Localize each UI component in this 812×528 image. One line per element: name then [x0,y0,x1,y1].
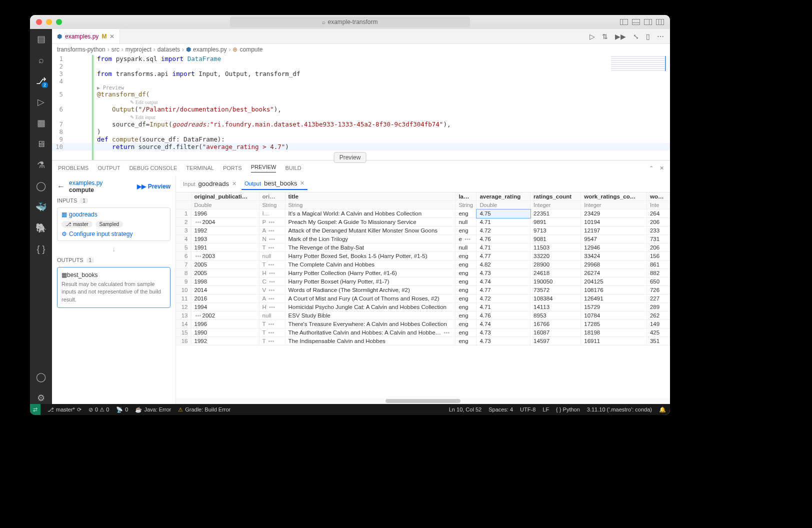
cell[interactable]: 204125 [581,278,647,286]
column-header[interactable]: original_publicati… [191,192,259,201]
cell[interactable]: 12946 [581,244,647,252]
configure-strategy-link[interactable]: ⚙Configure input strategy [62,230,166,238]
cell[interactable]: 14113 [530,303,581,312]
column-header[interactable]: work_ratings_co… [581,192,647,201]
table-row[interactable]: 91998C •••Harry Potter Boxset (Harry Pot… [176,278,670,286]
cell[interactable]: 882 [646,269,670,278]
settings-icon[interactable]: ⚙ [35,392,47,404]
cell[interactable]: 26274 [581,269,647,278]
cell[interactable]: 9081 [530,235,581,244]
status-problems[interactable]: ⊘ 0 ⚠ 0 [88,406,109,413]
docker-icon[interactable]: 🐳 [35,201,47,213]
cell[interactable]: 206 [646,218,670,226]
cell[interactable]: 14597 [530,337,581,346]
accounts-icon[interactable]: ◯ [35,371,47,383]
table-row[interactable]: 6•••2003nullHarry Potter Boxed Set, Book… [176,252,670,260]
cell[interactable]: V ••• [259,286,285,294]
cell[interactable]: 190050 [530,278,581,286]
cell[interactable]: 861 [646,260,670,269]
cell[interactable]: 351 [646,337,670,346]
cell[interactable]: 8953 [530,312,581,320]
table-row[interactable]: 82005H •••Harry Potter Collection (Harry… [176,269,670,278]
remote-indicator[interactable]: ⇄ [30,404,40,415]
cell[interactable]: 108176 [581,286,647,294]
cell[interactable]: 4.73 [476,269,530,278]
cell[interactable]: H ••• [259,269,285,278]
cell[interactable]: 264 [646,210,670,218]
breadcrumbs[interactable]: transforms-python› src› myproject› datas… [52,44,670,55]
more-action-icon[interactable]: ⋯ [657,32,664,40]
cell[interactable]: 4.71 [476,303,530,312]
editor[interactable]: 1from pyspark.sql import DataFrame 2 3fr… [52,55,670,160]
minimap[interactable] [611,56,666,71]
column-header[interactable]: wo… [646,192,670,201]
table-row[interactable]: 31992A •••Attack of the Deranged Mutant … [176,226,670,235]
tab-close-icon[interactable]: ✕ [110,33,114,40]
crumb[interactable]: compute [240,46,262,53]
panel-tab-output[interactable]: OUTPUT [98,165,120,171]
table-row[interactable]: 121994H •••Homicidal Psycho Jungle Cat: … [176,303,670,312]
cell[interactable]: 289 [646,303,670,312]
dataset-tab-input[interactable]: Input goodreads ✕ [180,178,240,190]
cell[interactable]: 17285 [581,320,647,328]
cell[interactable]: 4.82 [476,260,530,269]
cell[interactable]: I… [259,210,285,218]
data-grid[interactable]: original_publicati…ori…titlela…average_r… [176,192,670,398]
cell[interactable]: Harry Potter Boxset (Harry Potter, #1-7) [285,278,456,286]
cell[interactable]: 1990 [191,328,259,337]
cell[interactable]: C ••• [259,278,285,286]
dataset-tab-output[interactable]: Output best_books ✕ [242,178,308,190]
runall-action-icon[interactable]: ▶▶ [615,32,626,40]
column-header[interactable]: title [285,192,456,201]
cell[interactable]: 1992 [191,337,259,346]
cell[interactable]: 262 [646,312,670,320]
table-row[interactable]: 2•••2004P •••Preach My Gospel: A Guide T… [176,218,670,226]
cell[interactable]: The Indispensable Calvin and Hobbes [285,337,456,346]
table-row[interactable]: 161992T •••The Indispensable Calvin and … [176,337,670,346]
cell[interactable]: e ••• [456,235,476,244]
cell[interactable]: 227 [646,294,670,303]
tab-examples-py[interactable]: ⬢ examples.py M ✕ [52,29,120,44]
column-header[interactable] [176,192,191,201]
crumb[interactable]: transforms-python [57,46,106,53]
back-icon[interactable]: ← [57,182,65,191]
cell[interactable]: 4.74 [476,278,530,286]
cell[interactable]: •••2004 [191,218,259,226]
cell[interactable]: 15729 [581,303,647,312]
cell[interactable]: 2016 [191,294,259,303]
cell[interactable]: 1993 [191,235,259,244]
palantir-icon[interactable]: ◯ [35,180,47,192]
cell[interactable]: 233 [646,226,670,235]
side-file[interactable]: examples.py [69,180,102,186]
cell[interactable]: 4.73 [476,328,530,337]
panel-collapse-icon[interactable]: ⌃ [649,165,654,172]
cell[interactable]: 4.73 [476,337,530,346]
panel-tab-terminal[interactable]: TERMINAL [186,165,214,171]
cell[interactable]: eng [456,252,476,260]
cell[interactable]: 726 [646,286,670,294]
cell[interactable]: 33220 [530,252,581,260]
status-radio[interactable]: 📡 0 [116,406,128,413]
scm-icon[interactable]: ⎇2 [35,75,47,87]
cell[interactable]: 9547 [581,235,647,244]
cell[interactable]: eng [456,320,476,328]
status-language[interactable]: { } Python [556,406,580,412]
crumb[interactable]: myproject [126,46,152,53]
cell[interactable]: P ••• [259,218,285,226]
close-window-icon[interactable] [36,19,42,25]
testing-icon[interactable]: ⚗ [35,159,47,171]
layout-right-icon[interactable] [644,19,652,25]
cell[interactable]: 1996 [191,210,259,218]
cell[interactable]: 2014 [191,286,259,294]
cell[interactable]: A Court of Mist and Fury (A Court of Tho… [285,294,456,303]
column-header[interactable]: ori… [259,192,285,201]
cell[interactable]: 126491 [581,294,647,303]
split-action-icon[interactable]: ▯ [646,32,650,40]
cell[interactable]: 731 [646,235,670,244]
cell[interactable]: eng [456,226,476,235]
cell[interactable]: T ••• [259,260,285,269]
cell[interactable]: T ••• [259,320,285,328]
cell[interactable]: 425 [646,328,670,337]
pickaxe-action-icon[interactable]: ⤡ [633,32,639,40]
cell[interactable]: eng [456,278,476,286]
